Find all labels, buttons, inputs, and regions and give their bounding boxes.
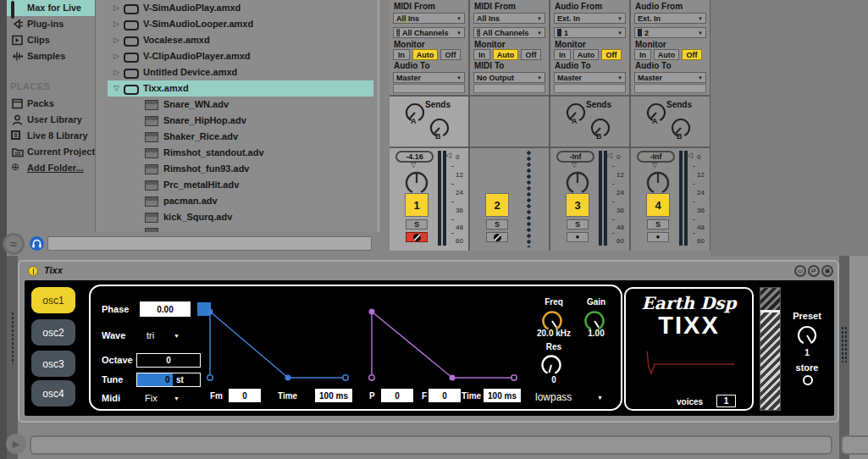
monitor-off-button[interactable]: Off bbox=[682, 49, 702, 60]
list-item[interactable]: kick_Squrq.adv bbox=[96, 209, 379, 225]
output-chooser[interactable]: Master▼ bbox=[634, 72, 706, 83]
track-activator[interactable]: 4 bbox=[646, 193, 670, 217]
fm-value-field[interactable]: 0 bbox=[229, 389, 261, 402]
slider-handle[interactable] bbox=[760, 310, 780, 312]
output-sub-chooser[interactable] bbox=[473, 84, 545, 93]
list-item[interactable]: ▷ V-SimAudioPlay.amxd bbox=[96, 0, 379, 16]
sidebar-item-live-8-library[interactable]: 8 Live 8 Library bbox=[7, 128, 95, 144]
output-chooser[interactable]: Master▼ bbox=[393, 72, 465, 83]
chevron-expanded-icon[interactable]: ▽ bbox=[113, 84, 119, 92]
solo-button[interactable]: S bbox=[406, 219, 428, 230]
chevron-down-icon[interactable]: ▼ bbox=[174, 395, 180, 401]
device-drag-handle[interactable] bbox=[11, 312, 14, 364]
arm-button[interactable]: ● bbox=[567, 232, 589, 242]
sidebar-item-samples[interactable]: Samples bbox=[7, 48, 95, 64]
monitor-off-button[interactable]: Off bbox=[521, 49, 541, 60]
output-chooser[interactable]: Master▼ bbox=[554, 72, 626, 83]
time-value-field[interactable]: 100 ms bbox=[315, 389, 352, 402]
chevron-down-icon[interactable]: ▼ bbox=[597, 395, 603, 401]
res-knob[interactable] bbox=[539, 353, 563, 377]
output-sub-chooser[interactable] bbox=[634, 84, 706, 93]
monitor-in-button[interactable]: In bbox=[554, 49, 571, 60]
octave-value-field[interactable]: 0 bbox=[136, 353, 201, 368]
output-sub-chooser[interactable] bbox=[554, 84, 626, 93]
tune-slider[interactable]: 0 st bbox=[136, 373, 201, 387]
list-item[interactable]: Rimshot_standout.adv bbox=[96, 145, 379, 161]
phase-value-field[interactable]: 0.00 bbox=[140, 301, 191, 317]
device-view-scroll-handle[interactable] bbox=[842, 327, 843, 362]
list-item[interactable]: pacman.adv bbox=[96, 193, 379, 209]
list-item[interactable]: Snare_HipHop.adv bbox=[96, 113, 379, 129]
list-item[interactable]: ▷ Untitled Device.amxd bbox=[96, 64, 379, 80]
track-activator[interactable]: 1 bbox=[405, 193, 428, 217]
status-play-icon[interactable]: ▶ bbox=[6, 434, 26, 454]
device-on-toggle[interactable] bbox=[28, 266, 38, 276]
max-save-button[interactable]: ▣ bbox=[821, 265, 833, 277]
input-chooser[interactable]: Ext. In▼ bbox=[554, 13, 626, 24]
list-item-selected[interactable]: ▽ Tixx.amxd bbox=[108, 80, 373, 97]
osc4-button[interactable]: osc4 bbox=[31, 380, 75, 406]
time-value-field[interactable]: 100 ms bbox=[484, 389, 521, 402]
hot-swap-icon[interactable]: ≈ bbox=[3, 233, 25, 255]
monitor-auto-button[interactable]: Auto bbox=[654, 49, 679, 60]
output-level-slider[interactable] bbox=[760, 287, 781, 411]
monitor-off-button[interactable]: Off bbox=[601, 49, 622, 60]
chevron-collapsed-icon[interactable]: ▷ bbox=[113, 36, 119, 44]
chevron-collapsed-icon[interactable]: ▷ bbox=[113, 68, 119, 76]
track-activator[interactable]: 3 bbox=[566, 193, 589, 217]
solo-button[interactable]: S bbox=[647, 219, 669, 230]
p-value-field[interactable]: 0 bbox=[381, 389, 413, 402]
sidebar-item-max-for-live[interactable]: Max for Live bbox=[7, 0, 95, 16]
sidebar-item-packs[interactable]: Packs bbox=[7, 96, 95, 112]
chevron-down-icon[interactable]: ▼ bbox=[174, 333, 180, 339]
midi-mode-value[interactable]: Fix bbox=[145, 393, 158, 403]
channel-chooser[interactable]: All Channels▼ bbox=[393, 27, 465, 38]
monitor-in-button[interactable]: In bbox=[393, 49, 410, 60]
output-chooser[interactable]: No Output▼ bbox=[473, 72, 545, 83]
wave-value[interactable]: tri bbox=[147, 330, 154, 340]
arm-button[interactable]: ● bbox=[647, 232, 669, 242]
channel-chooser[interactable]: All Channels▼ bbox=[473, 27, 545, 38]
output-sub-chooser[interactable] bbox=[393, 84, 465, 93]
max-edit-button[interactable]: ⇄ bbox=[808, 265, 820, 277]
channel-chooser[interactable]: 1▼ bbox=[554, 27, 626, 38]
channel-chooser[interactable]: 2▼ bbox=[634, 27, 706, 38]
browser-preview-bar[interactable] bbox=[47, 236, 372, 251]
pitch-envelope-display[interactable] bbox=[365, 301, 522, 384]
filter-type-value[interactable]: lowpass bbox=[535, 391, 572, 403]
monitor-in-button[interactable]: In bbox=[634, 49, 651, 60]
solo-button[interactable]: S bbox=[567, 219, 589, 230]
preview-headphones-icon[interactable] bbox=[30, 236, 44, 251]
list-item[interactable]: Shaker_Rice.adv bbox=[96, 129, 379, 145]
list-item[interactable]: Rimshot_fun93.adv bbox=[96, 161, 379, 177]
list-item[interactable]: Prc_metalHit.adv bbox=[96, 177, 379, 193]
chevron-collapsed-icon[interactable]: ▷ bbox=[113, 3, 119, 12]
list-item-partial[interactable] bbox=[96, 225, 379, 232]
store-button[interactable] bbox=[803, 375, 813, 385]
sidebar-item-current-project[interactable]: Current Project bbox=[7, 144, 95, 160]
list-item[interactable]: ▷ V-ClipAudioPlayer.amxd bbox=[96, 48, 379, 64]
osc3-button[interactable]: osc3 bbox=[31, 351, 75, 377]
list-item[interactable]: ▷ Vocalese.amxd bbox=[96, 32, 379, 48]
f-value-field[interactable]: 0 bbox=[428, 389, 461, 402]
list-item[interactable]: Snare_WN.adv bbox=[96, 97, 379, 113]
chevron-collapsed-icon[interactable]: ▷ bbox=[113, 19, 119, 28]
sidebar-item-user-library[interactable]: User Library bbox=[7, 112, 95, 128]
monitor-auto-button[interactable]: Auto bbox=[412, 49, 438, 60]
chevron-collapsed-icon[interactable]: ▷ bbox=[113, 52, 119, 60]
input-chooser[interactable]: All Ins▼ bbox=[473, 13, 545, 24]
arm-button[interactable] bbox=[486, 232, 508, 242]
device-view-scroll-handle[interactable] bbox=[845, 327, 847, 362]
monitor-in-button[interactable]: In bbox=[473, 49, 490, 60]
voices-value-field[interactable]: 1 bbox=[716, 395, 736, 407]
input-chooser[interactable]: All Ins▼ bbox=[393, 13, 465, 24]
max-window-button[interactable]: ▭ bbox=[794, 265, 806, 277]
fm-envelope-display[interactable] bbox=[203, 301, 349, 384]
solo-button[interactable]: S bbox=[486, 219, 508, 230]
osc1-button[interactable]: osc1 bbox=[31, 287, 75, 313]
track-activator[interactable]: 2 bbox=[485, 193, 509, 217]
input-chooser[interactable]: Ext. In▼ bbox=[634, 13, 706, 24]
list-item[interactable]: ▷ V-SimAudioLooper.amxd bbox=[96, 16, 379, 32]
monitor-auto-button[interactable]: Auto bbox=[573, 49, 599, 60]
sidebar-item-add-folder[interactable]: ⊕ Add Folder... bbox=[7, 160, 95, 176]
